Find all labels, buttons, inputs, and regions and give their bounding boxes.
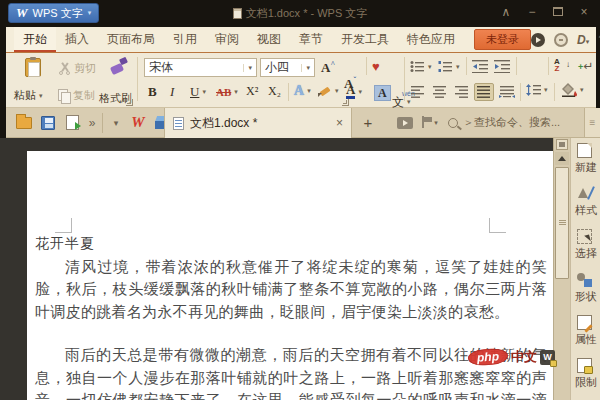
margin-mark-left bbox=[55, 218, 72, 233]
increase-indent-button[interactable] bbox=[494, 60, 511, 73]
subscript-button[interactable]: X₂ bbox=[268, 84, 281, 99]
clipboard-group-expander[interactable] bbox=[126, 99, 133, 106]
search-icon bbox=[448, 118, 458, 128]
shading-button[interactable]: ▾ bbox=[561, 82, 584, 97]
add-icon[interactable] bbox=[554, 33, 568, 47]
tab-special-apps[interactable]: 特色应用 bbox=[398, 27, 464, 52]
maximize-button[interactable] bbox=[550, 4, 566, 20]
video-tutorial-button[interactable] bbox=[394, 108, 416, 137]
copy-icon bbox=[58, 89, 70, 102]
margin-mark-right bbox=[489, 218, 506, 233]
chevron-down-icon: ▾ bbox=[335, 87, 339, 95]
justify-button[interactable] bbox=[474, 83, 494, 101]
collapse-ribbon-button[interactable]: ∧ bbox=[498, 4, 514, 20]
sidebar-item-new[interactable]: 新建 bbox=[571, 138, 600, 181]
skin-switch-icon[interactable]: D▾ bbox=[577, 33, 589, 47]
line-spacing-button[interactable]: ▾ bbox=[526, 84, 548, 96]
watermark-badge: php bbox=[467, 348, 508, 367]
cut-button[interactable]: 剪切 bbox=[58, 61, 96, 76]
video-icon bbox=[397, 117, 413, 129]
format-painter-icon[interactable] bbox=[109, 58, 127, 76]
smart-format-icon[interactable]: ♥ bbox=[372, 59, 380, 74]
export-icon bbox=[66, 115, 79, 130]
numbered-list-icon bbox=[438, 60, 453, 73]
save-button[interactable] bbox=[36, 108, 60, 137]
char-highlight-button[interactable]: A bbox=[374, 83, 391, 101]
paste-icon[interactable] bbox=[25, 58, 41, 77]
maximize-icon bbox=[553, 7, 563, 16]
italic-button[interactable]: I bbox=[170, 84, 174, 100]
increase-indent-icon bbox=[494, 60, 511, 73]
wordart-button[interactable]: A▾ bbox=[294, 83, 311, 99]
sidebar-item-select[interactable]: 选择 bbox=[571, 224, 600, 267]
open-file-button[interactable] bbox=[12, 108, 36, 137]
align-center-button[interactable] bbox=[430, 83, 450, 101]
scissors-icon bbox=[58, 63, 71, 75]
divider bbox=[102, 113, 103, 133]
strikethrough-button[interactable]: AB▾ bbox=[216, 86, 238, 98]
show-marks-button[interactable]: +↵ bbox=[578, 59, 593, 73]
tab-overflow-menu[interactable]: ≡ bbox=[584, 108, 600, 137]
task-pane-sidebar: 新建 样式 选择 形状 属性 限制 bbox=[570, 138, 600, 400]
font-size-select[interactable]: 小四▾ bbox=[260, 58, 315, 77]
align-right-button[interactable] bbox=[452, 83, 472, 101]
bullet-list-button[interactable]: ▾ bbox=[410, 60, 432, 73]
tab-references[interactable]: 引用 bbox=[164, 27, 206, 52]
minimize-button[interactable]: − bbox=[524, 4, 540, 20]
close-button[interactable]: × bbox=[576, 4, 592, 20]
chevron-down-icon: ▾ bbox=[434, 119, 438, 127]
scrollbar-thumb[interactable] bbox=[555, 167, 569, 279]
tab-page-layout[interactable]: 页面布局 bbox=[98, 27, 164, 52]
scroll-up-button[interactable] bbox=[555, 152, 569, 165]
tab-view[interactable]: 视图 bbox=[248, 27, 290, 52]
search-command-box[interactable]: ＞查找命令、搜索... bbox=[448, 108, 593, 137]
document-heading: 花开半夏 bbox=[35, 235, 547, 253]
chevron-down-icon: ▾ bbox=[202, 88, 206, 96]
feedback-button[interactable]: ▾ bbox=[418, 108, 440, 137]
chevron-down-icon: ▾ bbox=[428, 63, 432, 71]
close-tab-icon[interactable]: × bbox=[336, 116, 343, 130]
decrease-indent-icon bbox=[472, 60, 489, 73]
sidebar-item-styles[interactable]: 样式 bbox=[571, 181, 600, 224]
paste-button[interactable]: 粘贴▾ bbox=[14, 88, 43, 103]
underline-button[interactable]: U▾ bbox=[190, 84, 206, 100]
copy-button[interactable]: 复制 bbox=[58, 88, 95, 103]
sidebar-item-properties[interactable]: 属性 bbox=[571, 310, 600, 353]
chevron-down-icon: ▾ bbox=[456, 63, 460, 71]
bold-button[interactable]: B bbox=[148, 84, 157, 100]
login-button[interactable]: 未登录 bbox=[474, 29, 531, 50]
font-group-expander[interactable] bbox=[342, 99, 349, 106]
split-view-icon[interactable] bbox=[556, 139, 568, 150]
tab-review[interactable]: 审阅 bbox=[206, 27, 248, 52]
sidebar-item-shapes[interactable]: 形状 bbox=[571, 267, 600, 310]
tab-developer[interactable]: 开发工具 bbox=[332, 27, 398, 52]
line-spacing-icon bbox=[526, 84, 541, 96]
restrict-edit-icon bbox=[577, 358, 592, 373]
sort-button[interactable]: A Z bbox=[554, 58, 560, 72]
distribute-button[interactable] bbox=[497, 83, 517, 101]
tab-home[interactable]: 开始 bbox=[14, 27, 56, 52]
wps-home-button[interactable]: W bbox=[127, 108, 149, 137]
chevron-down-icon: ▾ bbox=[307, 87, 311, 95]
paint-bucket-icon bbox=[561, 82, 577, 97]
sidebar-item-restrict[interactable]: 限制 bbox=[571, 353, 600, 396]
more-commands-button[interactable]: » bbox=[84, 108, 100, 137]
quick-access-dropdown[interactable]: ▾ bbox=[106, 108, 126, 137]
wps-red-logo-icon: W bbox=[131, 114, 144, 131]
document-body[interactable]: 花开半夏 清风过境，带着浓浓的秋意催开了将绽未绽的寒菊，逗笑了娃娃的笑脸，秋后，… bbox=[35, 235, 547, 400]
align-left-button[interactable] bbox=[408, 83, 428, 101]
highlight-pen-button[interactable]: ▾ bbox=[318, 84, 339, 98]
font-color-button[interactable]: A▾ bbox=[346, 84, 362, 99]
decrease-indent-button[interactable] bbox=[472, 60, 489, 73]
play-icon[interactable] bbox=[531, 33, 545, 47]
tab-section[interactable]: 章节 bbox=[290, 27, 332, 52]
home-ribbon-toolbar: 粘贴▾ 剪切 复制 格式刷 宋体▾ 小四▾ A^ Aˇ ♥ 文wén▾ B I … bbox=[6, 53, 596, 108]
export-button[interactable] bbox=[60, 108, 84, 137]
numbered-list-button[interactable]: ▾ bbox=[438, 60, 460, 73]
superscript-button[interactable]: X² bbox=[246, 84, 258, 99]
document-page-icon bbox=[173, 117, 184, 130]
document-tab[interactable]: 文档1.docx * × bbox=[164, 108, 352, 138]
tab-insert[interactable]: 插入 bbox=[56, 27, 98, 52]
font-family-select[interactable]: 宋体▾ bbox=[144, 58, 257, 77]
new-tab-button[interactable]: + bbox=[358, 108, 378, 137]
